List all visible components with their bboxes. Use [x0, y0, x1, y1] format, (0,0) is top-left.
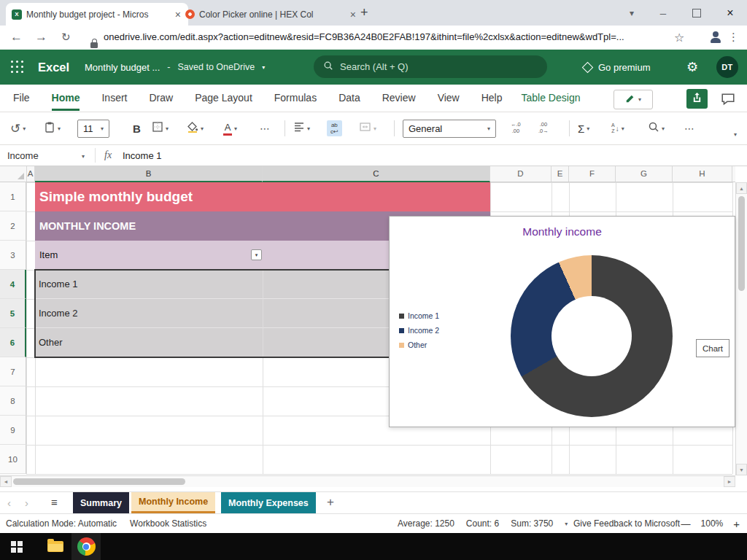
workbook-statistics[interactable]: Workbook Statistics [130, 518, 206, 529]
zoom-level[interactable]: 100% [701, 518, 724, 529]
search-input[interactable]: Search (Alt + Q) [314, 55, 547, 78]
add-sheet-button[interactable]: + [327, 495, 334, 510]
filter-dropdown-button[interactable]: ▾ [251, 249, 262, 260]
fill-color-button[interactable]: ▾ [187, 112, 204, 144]
font-color-button[interactable]: A ▾ [223, 112, 237, 144]
row-header-4[interactable]: 4 [0, 270, 26, 299]
menu-table-design[interactable]: Table Design [522, 85, 581, 111]
number-format-box[interactable]: General ▾ [403, 120, 496, 138]
bold-button[interactable]: B [133, 112, 141, 144]
column-header-c[interactable]: C [263, 166, 490, 182]
saved-status[interactable]: Saved to OneDrive [178, 62, 255, 72]
decrease-decimal-button[interactable]: .00.0→ [538, 112, 549, 144]
merge-cells-button[interactable]: ▾ [359, 112, 376, 144]
menu-data[interactable]: Data [338, 85, 360, 111]
scroll-right-icon[interactable]: ► [724, 476, 735, 487]
saved-status-chevron-icon[interactable]: ▾ [262, 64, 265, 71]
editing-mode-button[interactable]: ▾ [614, 90, 653, 109]
row-header-5[interactable]: 5 [0, 299, 26, 328]
horizontal-scrollbar[interactable]: ◄ ► [0, 475, 735, 487]
go-premium-button[interactable]: Go premium [584, 50, 651, 85]
start-button[interactable] [0, 533, 34, 560]
formula-input[interactable]: Income 1 [123, 150, 161, 161]
column-header-f[interactable]: F [569, 166, 616, 182]
forward-icon[interactable]: → [35, 30, 47, 44]
legend-item[interactable]: Income 2 [399, 326, 439, 335]
row-header-8[interactable]: 8 [0, 386, 26, 416]
increase-decimal-button[interactable]: ←.0.00 [511, 112, 521, 144]
scroll-up-icon[interactable]: ▲ [736, 182, 747, 194]
vertical-scrollbar[interactable]: ▲ ▼ [735, 182, 747, 475]
row-header-10[interactable]: 10 [0, 445, 26, 474]
column-header-h[interactable]: H [673, 166, 732, 182]
column-header-e[interactable]: E [551, 166, 569, 182]
tab-close-icon[interactable]: × [349, 9, 357, 20]
browser-tab-colorpicker[interactable]: Color Picker online | HEX Col × [179, 3, 363, 26]
find-button[interactable]: ▾ [648, 112, 665, 144]
paste-button[interactable]: ▾ [44, 112, 61, 144]
row-header-9[interactable]: 9 [0, 416, 26, 445]
sheet-tab-monthly-income[interactable]: Monthly Income [131, 492, 215, 513]
cell-b4[interactable]: Income 1 [35, 270, 263, 299]
reload-icon[interactable]: ↻ [61, 31, 71, 44]
menu-view[interactable]: View [438, 85, 460, 111]
collapse-ribbon-chevron-icon[interactable]: ▾ [734, 131, 737, 138]
comments-button[interactable] [720, 92, 736, 109]
row-header-3[interactable]: 3 [0, 241, 26, 270]
menu-review[interactable]: Review [382, 85, 416, 111]
sheet-tab-monthly-expenses[interactable]: Monthly Expenses [221, 492, 316, 513]
chart-overlay[interactable]: Monthly income Income 1 Income 2 Other C… [389, 216, 735, 427]
settings-gear-icon[interactable]: ⚙ [686, 50, 698, 85]
row-header-7[interactable]: 7 [0, 357, 26, 386]
font-size-control[interactable]: 11 ▾ [77, 112, 109, 144]
menu-page-layout[interactable]: Page Layout [195, 85, 252, 111]
scroll-down-icon[interactable]: ▼ [736, 464, 747, 475]
sheet-nav-left-icon[interactable]: ‹ [7, 497, 11, 509]
browser-menu-icon[interactable]: ⋮ [728, 31, 739, 44]
cell-b5[interactable]: Income 2 [35, 299, 263, 328]
window-close-button[interactable]: × [713, 0, 747, 26]
row-header-2[interactable]: 2 [0, 211, 26, 241]
menu-draw[interactable]: Draw [149, 85, 173, 111]
row-header-1[interactable]: 1 [0, 182, 26, 211]
sheet-tab-summary[interactable]: Summary [73, 492, 129, 513]
wrap-text-button[interactable]: abc↩ [327, 112, 342, 144]
browser-tab-excel[interactable]: X Monthly budget project - Micros × [6, 3, 188, 26]
column-header-d[interactable]: D [490, 166, 551, 182]
minimize-button[interactable]: – [646, 0, 680, 26]
legend-item[interactable]: Other [399, 341, 439, 349]
file-explorer-button[interactable] [41, 533, 70, 560]
share-button[interactable] [686, 89, 708, 109]
legend-item[interactable]: Income 1 [399, 311, 439, 320]
sort-button[interactable]: AZ ↓ ▾ [611, 112, 624, 144]
name-box-chevron-icon[interactable]: ▾ [82, 153, 85, 160]
donut-chart[interactable] [511, 255, 673, 417]
new-tab-button[interactable]: + [360, 5, 368, 20]
align-button[interactable]: ▾ [293, 112, 310, 144]
column-header-b[interactable]: B [35, 166, 263, 182]
document-title[interactable]: Monthly budget ... [85, 62, 160, 73]
profile-avatar-icon[interactable] [709, 31, 722, 44]
number-format-control[interactable]: General ▾ [403, 112, 496, 144]
calc-mode-status[interactable]: Calculation Mode: Automatic [6, 518, 117, 529]
aggregates-chevron-icon[interactable]: ▾ [565, 521, 568, 527]
back-icon[interactable]: ← [10, 30, 23, 44]
menu-insert[interactable]: Insert [101, 85, 127, 111]
hscroll-thumb[interactable] [13, 478, 185, 485]
menu-file[interactable]: File [13, 85, 30, 111]
maximize-button[interactable] [680, 0, 713, 26]
column-header-a[interactable]: A [26, 166, 35, 182]
select-all-corner[interactable] [0, 166, 27, 182]
chrome-taskbar-button[interactable] [71, 533, 101, 560]
sheet-nav-right-icon[interactable]: › [25, 497, 28, 509]
column-header-g[interactable]: G [616, 166, 673, 182]
row-header-6[interactable]: 6 [0, 328, 26, 357]
bookmark-star-icon[interactable]: ☆ [674, 31, 684, 44]
vscroll-thumb[interactable] [738, 196, 745, 291]
fx-icon[interactable]: fx [104, 149, 112, 161]
menu-home[interactable]: Home [52, 85, 80, 111]
tab-search-chevron-icon[interactable]: ▾ [617, 0, 646, 26]
autosum-button[interactable]: Σ ▾ [578, 112, 589, 144]
feedback-link[interactable]: Give Feedback to Microsoft [573, 518, 680, 529]
more-font-options-button[interactable]: ⋯ [260, 112, 270, 144]
